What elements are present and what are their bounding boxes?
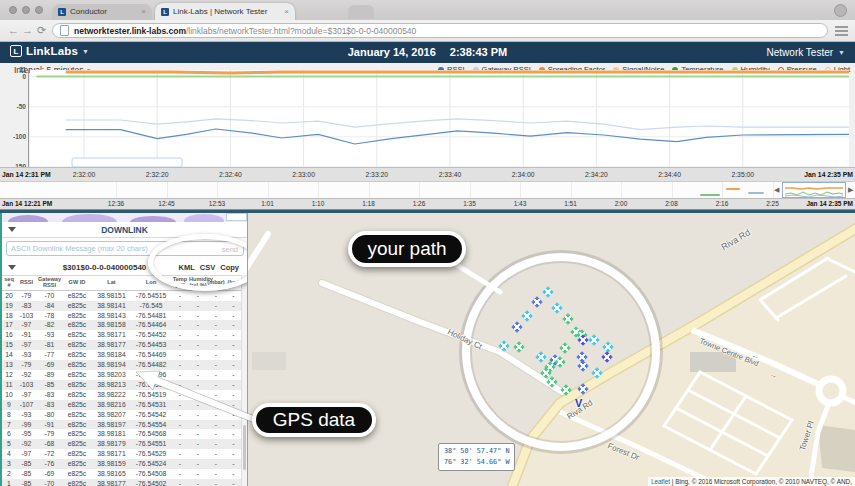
table-cell: e825c [62, 360, 92, 370]
axis-tick-label: 2:08 [665, 200, 678, 207]
table-cell: e825c [62, 330, 92, 340]
app-selector[interactable]: Network Tester ▼ [767, 47, 845, 58]
table-row[interactable]: 4-97-72e825c38.98171-76.54529---- [2, 449, 242, 459]
table-cell: -79 [16, 360, 37, 370]
table-cell: -82 [37, 320, 62, 330]
table-cell: - [207, 469, 225, 479]
axis-tick-label: 2:32:20 [146, 171, 169, 178]
table-row[interactable]: 14-93-77e825c38.98184-76.54469---- [2, 350, 242, 360]
reload-icon[interactable]: ⟳ [37, 23, 46, 38]
table-cell: 38.98222 [92, 390, 131, 400]
browser-menu-icon[interactable] [835, 26, 848, 36]
table-cell: e825c [62, 301, 92, 311]
table-row[interactable]: 11-103-85e825c38.98213-76.54509---- [2, 380, 242, 390]
table-row[interactable]: 1-85-70e825c38.98177-76.54502---- [2, 479, 242, 486]
send-button[interactable]: send [222, 245, 238, 254]
table-row[interactable]: 6-95-79e825c38.98181-76.54568---- [2, 429, 242, 439]
table-cell: 20 [2, 290, 16, 300]
table-row[interactable]: 13-79-69e825c38.98194-76.54482---- [2, 360, 242, 370]
table-cell: - [171, 479, 189, 486]
table-row[interactable]: 15-97-81e825c38.98177-76.54453---- [2, 340, 242, 350]
chart-navigator[interactable]: ◀ ▶ [0, 181, 855, 198]
table-cell: - [171, 410, 189, 420]
url-bar[interactable]: networktester.link-labs.com/linklabs/net… [52, 23, 828, 38]
table-cell: - [225, 479, 242, 486]
new-tab-button[interactable] [348, 5, 374, 19]
y-axis-tick: 0 [0, 73, 26, 80]
table-row[interactable]: 20-79-70e825c38.98151-76.54515---- [2, 290, 242, 300]
table-cell: - [189, 301, 207, 311]
table-row[interactable]: 8-93-80e825c38.98207-76.54542---- [2, 410, 242, 420]
axis-tick-label: 1:35 [463, 200, 476, 207]
table-cell: - [189, 380, 207, 390]
csv-button[interactable]: CSV [200, 263, 215, 272]
leaflet-link[interactable]: Leaflet [651, 478, 670, 485]
table-row[interactable]: 3-85-76e825c38.98159-76.54524---- [2, 459, 242, 469]
table-cell: -93 [16, 350, 37, 360]
table-scrollbar[interactable] [241, 275, 247, 486]
axis-tick-label: 2:33:40 [439, 171, 462, 178]
table-row[interactable]: 19-83-84e825c38.98141-76.545---- [2, 301, 242, 311]
table-row[interactable]: 10-97-83e825c38.98222-76.54519---- [2, 390, 242, 400]
table-row[interactable]: 17-97-82e825c38.98158-76.54464---- [2, 320, 242, 330]
gps-data-table: seq #RSSIGateway RSSIGW IDLatLonTemp (°C… [2, 276, 242, 486]
table-cell: -79 [37, 429, 62, 439]
table-cell: - [225, 390, 242, 400]
table-cell: 38.98171 [92, 449, 131, 459]
table-cell: - [171, 400, 189, 410]
table-cell: 6 [2, 429, 16, 439]
table-cell: -76.54496 [131, 370, 171, 380]
table-cell: -78 [37, 311, 62, 321]
table-cell: - [189, 290, 207, 300]
downlink-message-input[interactable] [6, 241, 244, 256]
table-cell: 19 [2, 301, 16, 311]
forward-icon[interactable]: → [22, 23, 33, 38]
table-row[interactable]: 2-85-69e825c38.98165-76.54508---- [2, 469, 242, 479]
scrollbar-thumb[interactable] [243, 425, 246, 470]
axis-tick-label: 2:32:40 [219, 171, 242, 178]
table-cell: - [207, 420, 225, 430]
header-datetime: January 14, 20162:38:43 PM [0, 46, 855, 58]
navigator-right-handle[interactable]: ▶ [848, 186, 853, 194]
downlink-section-header[interactable]: DOWNLINK [2, 222, 247, 238]
table-cell: -81 [37, 340, 62, 350]
navigator-range-slider[interactable] [782, 182, 846, 198]
tab-favicon: L [58, 8, 66, 16]
module-section-header[interactable]: $301$0-0-0-040000540 KMLCSVCopy [2, 260, 247, 276]
table-cell: -92 [16, 370, 37, 380]
table-cell: -76.54481 [131, 311, 171, 321]
table-cell: - [225, 449, 242, 459]
table-cell: - [189, 410, 207, 420]
back-icon[interactable]: ← [8, 23, 19, 38]
browser-tab-network-tester[interactable]: L Link-Labs | Network Tester × [155, 3, 295, 20]
table-cell: -76.54482 [131, 360, 171, 370]
kml-button[interactable]: KML [179, 263, 195, 272]
browser-tab-conductor[interactable]: L Conductor × [52, 3, 152, 20]
table-cell: -70 [37, 479, 62, 486]
table-cell: - [225, 380, 242, 390]
copy-button[interactable]: Copy [220, 263, 239, 272]
navigator-left-handle[interactable]: ◀ [774, 186, 779, 194]
tab-close-icon[interactable]: × [141, 7, 146, 16]
tab-close-icon[interactable]: × [284, 7, 289, 16]
window-minimize-button[interactable] [22, 6, 30, 14]
axis-tick-label: 2:16 [716, 200, 729, 207]
table-header: seq #RSSIGateway RSSIGW IDLatLonTemp (°C… [2, 276, 242, 290]
timeseries-chart[interactable] [0, 68, 855, 169]
profile-icon[interactable] [834, 4, 847, 17]
table-cell: e825c [62, 311, 92, 321]
table-row[interactable]: 18-103-78e825c38.98143-76.54481---- [2, 311, 242, 321]
window-close-button[interactable] [9, 6, 17, 14]
table-cell: - [225, 439, 242, 449]
table-row[interactable]: 9-107-83e825c38.98216-76.54531---- [2, 400, 242, 410]
coordinate-readout: 38° 50' 57.47" N76° 32' 54.66" W [438, 443, 515, 471]
table-column-header: seq # [2, 276, 16, 290]
table-row[interactable]: 7-99-91e825c38.98197-76.54554---- [2, 420, 242, 430]
window-zoom-button[interactable] [35, 6, 43, 14]
table-row[interactable]: 16-91-93e825c38.98171-76.54452---- [2, 330, 242, 340]
table-row[interactable]: 5-92-68e825c38.98179-76.54551---- [2, 439, 242, 449]
table-cell: 38.98203 [92, 370, 131, 380]
collapsed-chart-strip [2, 213, 247, 222]
map[interactable]: Riva RdRiva RdHoliday CtTowne Centre Blv… [248, 213, 855, 486]
table-row[interactable]: 12-92-89e825c38.98203-76.54496---- [2, 370, 242, 380]
